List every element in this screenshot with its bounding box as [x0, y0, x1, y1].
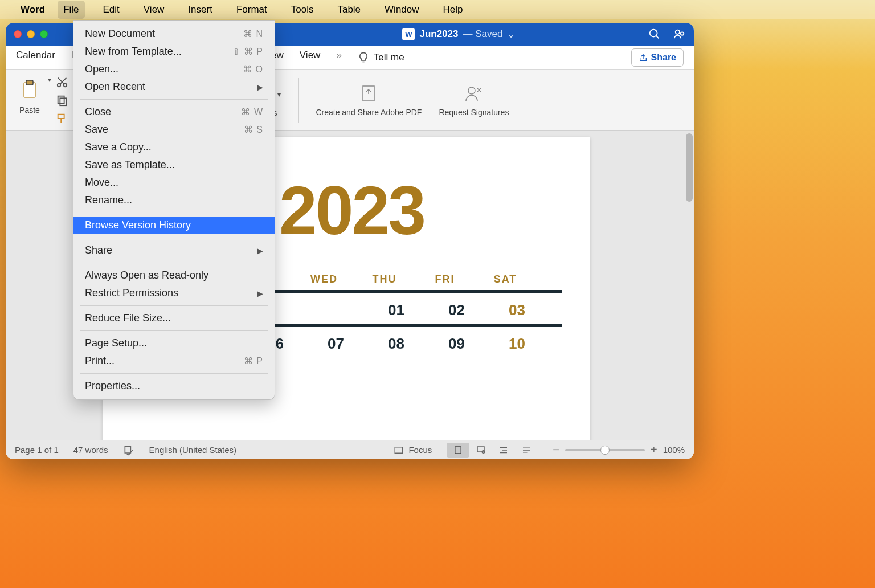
shortcut-label: ⌘ S — [244, 124, 263, 135]
title-center: W Jun2023 — Saved ⌄ — [275, 28, 643, 40]
file-menu-item[interactable]: Always Open as Read-only — [73, 267, 275, 284]
svg-point-3 — [681, 32, 684, 35]
tab-view[interactable]: View — [300, 50, 321, 66]
day-header: THU — [354, 273, 415, 285]
signature-icon — [463, 83, 485, 105]
menu-item-label: Open... — [85, 63, 118, 75]
document-name[interactable]: Jun2023 — [419, 28, 458, 40]
bulb-icon — [358, 52, 369, 63]
svg-rect-15 — [395, 447, 403, 453]
menu-item-label: New from Template... — [85, 46, 182, 58]
zoom-level[interactable]: 100% — [663, 445, 685, 455]
file-menu-item[interactable]: Browse Version History — [73, 217, 275, 234]
menu-view[interactable]: View — [138, 1, 170, 19]
language-label[interactable]: English (United States) — [149, 445, 236, 455]
minimize-window-button[interactable] — [27, 30, 35, 38]
file-menu-item[interactable]: Save⌘ S — [73, 121, 275, 138]
menu-item-label: Close — [85, 106, 111, 118]
zoom-out-button[interactable]: − — [553, 443, 559, 456]
menu-item-label: Properties... — [85, 380, 140, 392]
file-menu-item[interactable]: New Document⌘ N — [73, 25, 275, 43]
file-menu-item[interactable]: Save as Template... — [73, 156, 275, 174]
file-menu-item[interactable]: Close⌘ W — [73, 103, 275, 121]
search-icon[interactable] — [648, 28, 661, 40]
paste-caret-icon[interactable]: ▾ — [48, 76, 51, 84]
request-signatures-button[interactable]: Request Signatures — [439, 83, 509, 117]
pdf-icon — [357, 83, 380, 105]
menu-file[interactable]: File — [58, 1, 84, 19]
menu-tools[interactable]: Tools — [285, 1, 320, 19]
shortcut-label: ⌘ N — [243, 28, 263, 39]
menu-edit[interactable]: Edit — [97, 1, 125, 19]
share-icon — [639, 53, 648, 62]
menu-table[interactable]: Table — [332, 1, 366, 19]
traffic-lights — [14, 30, 48, 38]
outline-view[interactable] — [492, 443, 515, 458]
day-header: FRI — [415, 273, 475, 285]
file-menu-item[interactable]: Page Setup... — [73, 334, 275, 352]
date-cell: 01 — [354, 301, 415, 319]
chevron-down-icon[interactable]: ▾ — [277, 91, 281, 99]
print-layout-view[interactable] — [447, 443, 469, 458]
svg-rect-17 — [477, 447, 484, 452]
date-cell: 09 — [415, 335, 475, 353]
cut-icon[interactable] — [56, 76, 68, 88]
zoom-thumb[interactable] — [600, 446, 610, 455]
vertical-scrollbar[interactable] — [686, 133, 693, 202]
zoom-slider[interactable] — [565, 449, 645, 451]
menu-format[interactable]: Format — [231, 1, 273, 19]
zoom-control: − + 100% — [553, 443, 685, 456]
focus-label: Focus — [408, 445, 432, 455]
file-menu-item[interactable]: New from Template...⇧ ⌘ P — [73, 43, 275, 60]
day-header: SAT — [475, 273, 535, 285]
file-menu-item[interactable]: Rename... — [73, 191, 275, 209]
svg-line-1 — [656, 36, 659, 39]
svg-rect-16 — [455, 447, 461, 454]
focus-icon — [394, 445, 404, 455]
file-menu-item[interactable]: Share▶ — [73, 242, 275, 259]
menu-item-label: Move... — [85, 177, 118, 189]
view-mode-buttons — [447, 443, 538, 458]
menu-item-label: Save — [85, 124, 108, 136]
menu-help[interactable]: Help — [438, 1, 469, 19]
date-cell: 08 — [354, 335, 415, 353]
close-window-button[interactable] — [14, 30, 22, 38]
copy-icon[interactable] — [56, 94, 68, 107]
file-menu-item[interactable]: Move... — [73, 174, 275, 191]
zoom-window-button[interactable] — [40, 30, 48, 38]
chevron-down-icon[interactable]: ⌄ — [507, 28, 515, 40]
format-painter-icon[interactable] — [56, 112, 68, 125]
create-share-label: Create and Share Adobe PDF — [316, 108, 422, 117]
web-layout-view[interactable] — [469, 443, 492, 458]
focus-button[interactable]: Focus — [394, 445, 432, 455]
menu-item-label: New Document — [85, 28, 155, 40]
submenu-arrow-icon: ▶ — [257, 83, 263, 92]
paste-button[interactable]: Paste — [16, 76, 43, 115]
zoom-in-button[interactable]: + — [651, 443, 657, 456]
page-indicator[interactable]: Page 1 of 1 — [15, 445, 59, 455]
tab-calendar[interactable]: Calendar — [16, 50, 55, 66]
file-menu-item[interactable]: Save a Copy... — [73, 138, 275, 156]
menu-item-label: Print... — [85, 355, 115, 367]
menu-insert[interactable]: Insert — [182, 1, 218, 19]
share-button[interactable]: Share — [631, 48, 684, 67]
word-count[interactable]: 47 words — [73, 445, 108, 455]
menu-item-label: Open Recent — [85, 81, 145, 93]
file-menu-item[interactable]: Restrict Permissions▶ — [73, 284, 275, 302]
create-share-pdf-button[interactable]: Create and Share Adobe PDF — [316, 83, 422, 117]
draft-view[interactable] — [515, 443, 538, 458]
date-cell: 07 — [294, 335, 354, 353]
app-name[interactable]: Word — [21, 4, 45, 15]
tab-overflow[interactable]: » — [336, 50, 341, 66]
tell-me[interactable]: Tell me — [358, 52, 404, 63]
mac-menubar: Word File Edit View Insert Format Tools … — [0, 0, 875, 19]
collab-icon[interactable] — [673, 28, 686, 40]
file-menu-item[interactable]: Properties... — [73, 377, 275, 395]
file-menu-item[interactable]: Reduce File Size... — [73, 309, 275, 327]
file-menu-item[interactable]: Print...⌘ P — [73, 352, 275, 370]
file-menu-item[interactable]: Open Recent▶ — [73, 78, 275, 96]
shortcut-label: ⌘ P — [244, 356, 263, 366]
spellcheck-icon[interactable] — [123, 444, 134, 456]
file-menu-item[interactable]: Open...⌘ O — [73, 60, 275, 78]
menu-window[interactable]: Window — [379, 1, 424, 19]
